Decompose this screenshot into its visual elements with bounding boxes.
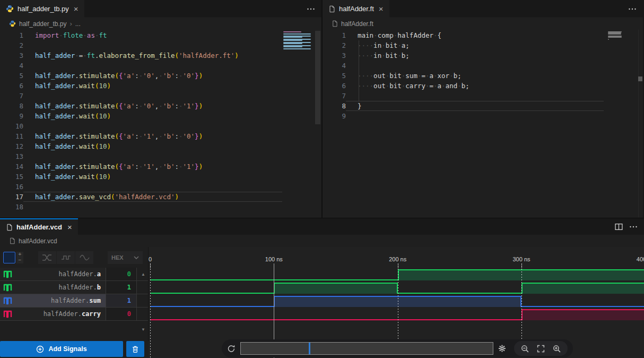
code-line: 6half_adder.wait(10) [0,81,321,91]
code-line: 4 [0,61,321,71]
code-line-text [23,61,282,71]
breadcrumb-chevron-icon: › [69,20,72,28]
wave-low-segment [521,306,644,307]
refresh-icon[interactable] [227,344,236,353]
wave-high-segment [398,269,644,280]
list-scrollbar[interactable] [137,308,148,320]
square-wave-icon [3,297,14,305]
signal-color-swatch[interactable] [3,252,15,263]
gear-icon[interactable] [498,344,506,353]
split-editor-icon[interactable] [615,223,623,231]
list-scrollbar[interactable] [137,294,148,307]
code-line: 3half_adder·=·ft.elaborate_from_file('ha… [0,50,321,61]
code-line: 4 [323,61,643,71]
scroll-up-icon[interactable]: ▲ [141,272,145,277]
indent-guide [359,40,359,101]
breadcrumb-item-file[interactable]: halfAdder.vcd [19,237,57,245]
scroll-down-icon[interactable]: ▼ [141,327,145,332]
tab-halfadder-vcd[interactable]: halfAdder.vcd × [0,218,78,235]
code-line: 1import·flote·as·ft [0,30,321,40]
breadcrumb-item-file[interactable]: half_adder_tb.py [19,20,66,28]
tab-halfadder-ft[interactable]: halfAdder.ft × [323,0,389,18]
file-icon [6,224,13,231]
code-line: 17half_adder.save_vcd('halfAdder.vcd') [0,192,321,202]
code-line-text [346,61,604,71]
breadcrumb-item-symbol[interactable]: ... [75,20,81,28]
square-wave-icon [3,310,14,318]
code-line-text: half_adder.wait(10) [23,172,282,182]
minimap[interactable] [608,31,624,41]
add-signals-button[interactable]: Add Signals [0,341,123,357]
zoom-out-icon[interactable] [521,345,529,353]
close-icon[interactable]: × [74,5,79,13]
code-editor-python[interactable]: 1import·flote·as·ft23half_adder·=·ft.ela… [0,30,321,217]
code-line-text: half_adder.wait(10) [23,81,282,91]
code-editor-ft[interactable]: 1main·comp·halfAdder·{2····in·bit·a;3···… [323,30,643,217]
line-number: 2 [323,40,346,50]
minimap-line [608,39,609,40]
tab-label: halfAdder.ft [339,5,374,13]
add-circle-icon [36,345,44,353]
panel-tabbar: halfAdder.vcd × [0,218,644,235]
list-scrollbar[interactable] [137,281,148,294]
line-number: 9 [323,111,346,121]
signal-sidebar: + − [0,247,149,358]
row-height-decrease-button[interactable]: − [16,258,23,263]
line-number: 18 [0,202,23,212]
time-tick-label: 0 [149,256,152,262]
scrubber-position-marker[interactable] [309,343,310,354]
tab-half-adder-tb-py[interactable]: half_adder_tb.py × [0,0,84,18]
minimap-line [283,31,301,32]
radix-value: HEX [111,254,130,261]
more-actions-icon[interactable] [629,226,638,228]
signal-actions: Add Signals [0,341,149,358]
line-number: 11 [0,131,23,141]
close-icon[interactable]: × [67,223,72,231]
line-number: 13 [0,151,23,161]
close-icon[interactable]: × [379,5,384,13]
more-actions-icon[interactable] [628,8,637,10]
waveform-carry [149,308,644,321]
row-height-increase-button[interactable]: + [16,252,23,258]
minimap-line [608,33,621,35]
waveform-canvas[interactable]: 0100 ns200 ns300 ns400 ns [149,247,644,358]
bus-render-button[interactable] [38,251,56,264]
vertical-scrollbar[interactable] [638,76,642,81]
line-number: 1 [0,30,23,40]
step-wave-button[interactable] [57,251,75,264]
radix-select[interactable]: HEX [108,251,143,264]
file-icon [328,5,335,13]
code-line-text: } [346,101,604,111]
signal-row-carry[interactable]: halfAdder.carry0 [0,308,148,321]
zoom-in-icon[interactable] [553,345,561,353]
minimap[interactable] [283,31,313,50]
more-actions-icon[interactable] [307,8,315,10]
signal-list: halfAdder.a0halfAdder.b1halfAdder.sum1ha… [0,268,148,337]
code-line-text: half_adder.save_vcd('halfAdder.vcd') [23,192,282,202]
wave-high-segment [521,283,644,294]
line-number: 7 [323,91,346,101]
breadcrumb-item-file[interactable]: halfAdder.ft [341,20,373,28]
add-signals-label: Add Signals [48,345,86,353]
code-line: 7 [323,91,643,101]
signal-row-a[interactable]: halfAdder.a0 [0,268,148,281]
code-line-text: half_adder.stimulate({'a':·'1',·'b':·'0'… [23,131,282,141]
code-line: 15half_adder.wait(10) [0,172,321,182]
timeline-scrubber[interactable] [240,342,493,355]
vertical-scrollbar[interactable] [315,31,320,124]
tab-label: half_adder_tb.py [18,5,69,13]
code-line-text: main·comp·halfAdder·{ [346,30,604,40]
delete-signal-button[interactable] [126,341,144,357]
wave-low-segment [150,306,274,307]
breadcrumb: halfAdder.vcd [0,235,644,247]
signal-row-b[interactable]: halfAdder.b1 [0,281,148,294]
analog-wave-button[interactable] [75,251,93,264]
zoom-fit-icon[interactable] [537,345,545,353]
code-line: 14half_adder.stimulate({'a':·'1',·'b':·'… [0,161,321,172]
line-number: 10 [0,121,23,131]
waveform-a [149,268,644,282]
line-number: 6 [323,81,346,91]
wave-high-segment [521,309,644,320]
code-line: 9half_adder.wait(10) [0,111,321,121]
signal-row-sum[interactable]: halfAdder.sum1 [0,294,148,308]
